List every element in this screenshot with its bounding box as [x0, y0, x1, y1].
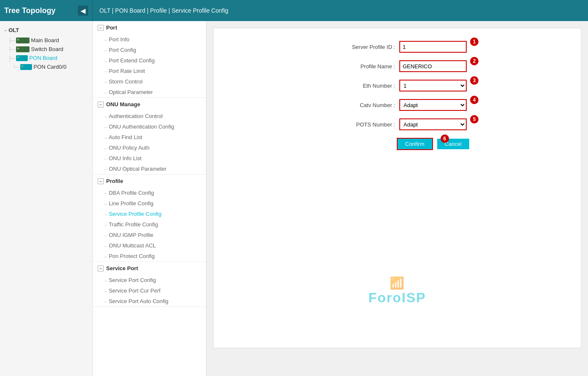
pots-number-wrap: Adapt 0 1 2 5: [399, 118, 467, 130]
eth-number-wrap: 1 2 3 4 3: [399, 80, 467, 91]
menu-section-service-port: – Service Port Service Port Config Servi…: [93, 262, 206, 307]
server-profile-id-badge: 1: [470, 38, 478, 46]
profile-menu-item-line[interactable]: Line Profile Config: [93, 198, 206, 209]
catv-number-label: Catv Number :: [328, 102, 395, 108]
pon-card-label: PON Card0/0: [34, 64, 67, 70]
form-row-buttons: Confirm 6 Cancel: [222, 138, 572, 150]
onu-menu-item-onu-optical-parameter[interactable]: ONU Optical Parameter: [93, 164, 206, 174]
pon-board-label: PON Board: [29, 55, 57, 61]
pon-board-icon: [16, 55, 28, 61]
sidebar: – OLT ├─ Main Board ├─ Switch Board ├─ P…: [0, 21, 93, 376]
profile-menu-item-pon-protect[interactable]: Pon Protect Config: [93, 251, 206, 261]
profile-menu-item-multicast-acl[interactable]: ONU Multicast ACL: [93, 240, 206, 251]
watermark-isp: ISP: [402, 290, 426, 305]
menu-section-profile: – Profile DBA Profile Config Line Profil…: [93, 175, 206, 262]
server-profile-id-wrap: 1: [399, 41, 467, 53]
profile-name-badge: 2: [470, 57, 478, 65]
server-profile-id-label: Server Profile ID :: [328, 44, 395, 50]
port-menu-item-storm-control[interactable]: Storm Control: [93, 76, 206, 87]
profile-menu-item-traffic[interactable]: Traffic Profile Config: [93, 219, 206, 230]
pon-card-icon: [20, 64, 32, 70]
main-board-label: Main Board: [31, 37, 59, 43]
profile-name-wrap: 2: [399, 60, 467, 72]
main-layout: – OLT ├─ Main Board ├─ Switch Board ├─ P…: [0, 21, 588, 376]
service-port-section-label: Service Port: [106, 265, 138, 271]
confirm-btn-wrap: Confirm 6: [397, 138, 437, 150]
menu-panel: – Port Port Info Port Config Port Extend…: [93, 21, 206, 376]
watermark-foro: Foro: [369, 290, 402, 305]
watermark-signal-icon: 📶: [369, 276, 426, 290]
port-menu-item-port-info[interactable]: Port Info: [93, 34, 206, 45]
catv-number-wrap: Adapt 0 1 2 4: [399, 99, 467, 111]
server-profile-id-input[interactable]: [399, 41, 467, 53]
port-menu-item-optical-parameter[interactable]: Optical Parameter: [93, 87, 206, 97]
port-menu-item-port-rate-limit[interactable]: Port Rate Limit: [93, 66, 206, 76]
main-board-icon: [16, 38, 29, 43]
profile-section-label: Profile: [106, 178, 123, 184]
menu-section-port-header[interactable]: – Port: [93, 21, 206, 34]
menu-section-onu-manage: – ONU Manage Authentication Control ONU …: [93, 98, 206, 175]
collapse-button[interactable]: ◀: [78, 5, 88, 16]
form-row-eth-number: Eth Number : 1 2 3 4 3: [222, 80, 572, 91]
catv-number-badge: 4: [470, 96, 478, 104]
service-port-menu-item-config[interactable]: Service Port Config: [93, 275, 206, 285]
sidebar-header: Tree Topology ◀: [0, 0, 93, 21]
breadcrumb: OLT | PON Board | Profile | Service Prof…: [93, 7, 235, 14]
pots-number-badge: 5: [470, 115, 478, 124]
header: Tree Topology ◀ OLT | PON Board | Profil…: [0, 0, 588, 21]
service-port-menu-item-cur-perf[interactable]: Service Port Cur Perf: [93, 285, 206, 296]
profile-toggle-icon: –: [98, 178, 104, 184]
app-title: Tree Topology: [4, 6, 56, 15]
pots-number-label: POTS Number :: [328, 121, 395, 128]
menu-section-service-port-header[interactable]: – Service Port: [93, 262, 206, 275]
port-menu-item-port-config[interactable]: Port Config: [93, 45, 206, 55]
eth-number-label: Eth Number :: [328, 83, 395, 89]
profile-name-label: Profile Name :: [328, 63, 395, 70]
onu-menu-item-auth-control[interactable]: Authentication Control: [93, 111, 206, 121]
sidebar-item-main-board[interactable]: ├─ Main Board: [0, 36, 92, 45]
service-port-menu-item-auto-config[interactable]: Service Port Auto Config: [93, 296, 206, 306]
form-row-catv-number: Catv Number : Adapt 0 1 2 4: [222, 99, 572, 111]
sidebar-item-pon-card[interactable]: └─ PON Card0/0: [0, 62, 92, 71]
menu-section-profile-header[interactable]: – Profile: [93, 175, 206, 188]
port-toggle-icon: –: [98, 25, 104, 31]
eth-number-select[interactable]: 1 2 3 4: [399, 80, 467, 91]
profile-menu-item-service[interactable]: Service Profile Config: [93, 209, 206, 219]
onu-manage-toggle-icon: –: [98, 102, 104, 107]
profile-menu-item-dba[interactable]: DBA Profile Config: [93, 188, 206, 198]
eth-number-badge: 3: [470, 76, 478, 85]
menu-section-port: – Port Port Info Port Config Port Extend…: [93, 21, 206, 98]
service-port-toggle-icon: –: [98, 266, 104, 271]
sidebar-item-pon-board[interactable]: ├─ PON Board: [0, 54, 92, 62]
onu-menu-item-auto-find-list[interactable]: Auto Find List: [93, 132, 206, 142]
onu-menu-item-onu-info-list[interactable]: ONU Info List: [93, 153, 206, 164]
app-root: Tree Topology ◀ OLT | PON Board | Profil…: [0, 0, 588, 376]
catv-number-select[interactable]: Adapt 0 1 2: [399, 99, 467, 111]
confirm-button[interactable]: Confirm: [397, 138, 433, 150]
pots-number-select[interactable]: Adapt 0 1 2: [399, 118, 467, 130]
form-row-server-profile-id: Server Profile ID : 1: [222, 41, 572, 53]
onu-menu-item-onu-policy-auth[interactable]: ONU Policy Auth: [93, 142, 206, 153]
onu-manage-section-label: ONU Manage: [106, 101, 140, 107]
form-row-pots-number: POTS Number : Adapt 0 1 2 5: [222, 118, 572, 130]
switch-board-label: Switch Board: [31, 46, 64, 52]
olt-label: – OLT: [0, 24, 92, 36]
form-card: Server Profile ID : 1 Profile Name : 2: [213, 28, 581, 348]
onu-menu-item-onu-auth-config[interactable]: ONU Authentication Config: [93, 121, 206, 132]
watermark: 📶 ForoISP: [369, 276, 426, 306]
switch-board-icon: [16, 46, 29, 52]
port-section-label: Port: [106, 24, 117, 31]
sidebar-item-switch-board[interactable]: ├─ Switch Board: [0, 45, 92, 54]
form-row-profile-name: Profile Name : 2: [222, 60, 572, 72]
profile-menu-item-igmp[interactable]: ONU IGMP Profile: [93, 230, 206, 240]
profile-name-input[interactable]: [399, 60, 467, 72]
confirm-badge: 6: [441, 134, 449, 143]
content-area: Server Profile ID : 1 Profile Name : 2: [206, 21, 588, 376]
port-menu-item-port-extend-config[interactable]: Port Extend Config: [93, 55, 206, 66]
buttons-wrap: Confirm 6 Cancel: [397, 138, 469, 150]
menu-section-onu-manage-header[interactable]: – ONU Manage: [93, 98, 206, 111]
watermark-text: ForoISP: [369, 290, 426, 306]
